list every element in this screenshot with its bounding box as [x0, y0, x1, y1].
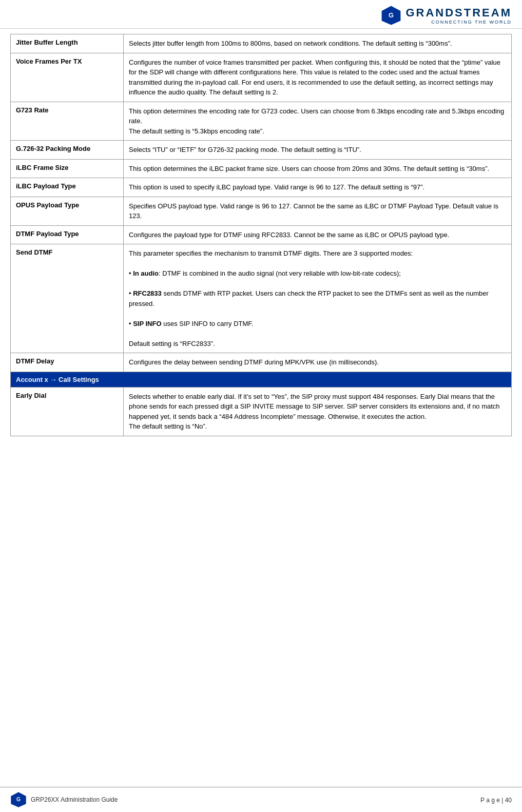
- footer-page-info: P a g e | 40: [480, 796, 512, 804]
- table-row: Jitter Buffer Length Selects jitter buff…: [11, 34, 512, 53]
- row-desc: This option is used to specify iLBC payl…: [124, 178, 512, 197]
- logo-main-text: GRANDSTREAM: [405, 6, 512, 20]
- row-desc: This option determines the encoding rate…: [124, 102, 512, 141]
- settings-table: Jitter Buffer Length Selects jitter buff…: [10, 34, 512, 436]
- section-header-row: Account x → Call Settings: [11, 372, 512, 387]
- row-label: Voice Frames Per TX: [11, 53, 124, 102]
- grandstream-logo-icon: G: [381, 5, 401, 26]
- row-desc: Configures the payload type for DTMF usi…: [124, 225, 512, 244]
- row-desc: This parameter specifies the mechanism t…: [124, 244, 512, 353]
- row-label: iLBC Frame Size: [11, 159, 124, 178]
- page-footer: G GRP26XX Administration Guide P a g e |…: [0, 787, 522, 812]
- row-label: Jitter Buffer Length: [11, 34, 124, 53]
- svg-text:G: G: [389, 11, 394, 19]
- table-row: Send DTMF This parameter specifies the m…: [11, 244, 512, 353]
- table-row: DTMF Payload Type Configures the payload…: [11, 225, 512, 244]
- row-label: G.726-32 Packing Mode: [11, 141, 124, 160]
- page-header: G GRANDSTREAM CONNECTING THE WORLD: [0, 0, 522, 29]
- logo-sub-text: CONNECTING THE WORLD: [431, 20, 512, 25]
- table-row: G.726-32 Packing Mode Selects “ITU” or “…: [11, 141, 512, 160]
- row-label: Early Dial: [11, 387, 124, 436]
- row-desc: Selects “ITU” or “IETF” for G726-32 pack…: [124, 141, 512, 160]
- table-row: OPUS Payload Type Specifies OPUS payload…: [11, 197, 512, 225]
- footer-page-label: P a g e | 40: [480, 797, 512, 804]
- row-label: iLBC Payload Type: [11, 178, 124, 197]
- row-desc: Configures the number of voice frames tr…: [124, 53, 512, 102]
- logo-text-area: GRANDSTREAM CONNECTING THE WORLD: [405, 6, 512, 25]
- footer-title: GRP26XX Administration Guide: [31, 796, 118, 803]
- row-desc: Configures the delay between sending DTM…: [124, 353, 512, 372]
- row-desc: Specifies OPUS payload type. Valid range…: [124, 197, 512, 225]
- svg-text:G: G: [16, 797, 21, 802]
- table-row: Voice Frames Per TX Configures the numbe…: [11, 53, 512, 102]
- section-header-label: Account x → Call Settings: [11, 372, 512, 387]
- row-desc: This option determines the iLBC packet f…: [124, 159, 512, 178]
- logo-container: G GRANDSTREAM CONNECTING THE WORLD: [381, 5, 512, 26]
- row-label: DTMF Payload Type: [11, 225, 124, 244]
- table-row: iLBC Payload Type This option is used to…: [11, 178, 512, 197]
- table-row: G723 Rate This option determines the enc…: [11, 102, 512, 141]
- row-label: G723 Rate: [11, 102, 124, 141]
- table-row: Early Dial Selects whether to enable ear…: [11, 387, 512, 436]
- row-desc: Selects jitter buffer length from 100ms …: [124, 34, 512, 53]
- footer-logo-area: G GRP26XX Administration Guide: [10, 791, 118, 808]
- row-label: Send DTMF: [11, 244, 124, 353]
- content-area: Jitter Buffer Length Selects jitter buff…: [0, 29, 522, 787]
- table-row: iLBC Frame Size This option determines t…: [11, 159, 512, 178]
- row-desc: Selects whether to enable early dial. If…: [124, 387, 512, 436]
- row-label: OPUS Payload Type: [11, 197, 124, 225]
- page-wrapper: G GRANDSTREAM CONNECTING THE WORLD Jitte…: [0, 0, 522, 812]
- row-label: DTMF Delay: [11, 353, 124, 372]
- table-row: DTMF Delay Configures the delay between …: [11, 353, 512, 372]
- footer-logo-icon: G: [10, 791, 27, 808]
